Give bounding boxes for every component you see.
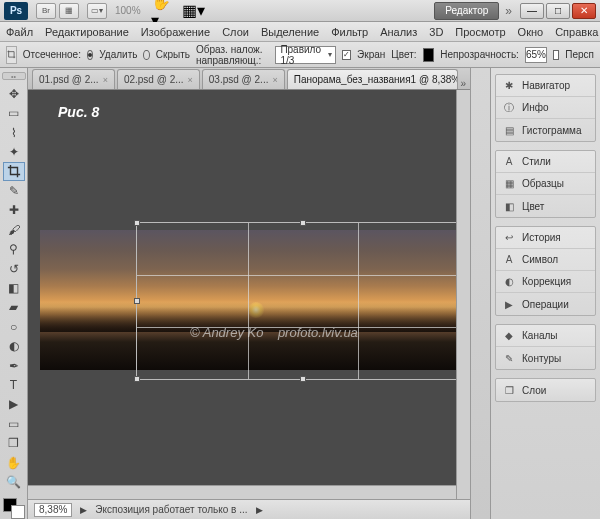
panels-dock: ✱Навигатор ⓘИнфо ▤Гистограмма AСтили ▦Об…: [490, 68, 600, 519]
brush-tool[interactable]: 🖌: [3, 220, 25, 239]
marquee-tool[interactable]: ▭: [3, 103, 25, 122]
blur-tool[interactable]: ○: [3, 317, 25, 336]
hide-label: Скрыть: [156, 49, 190, 60]
panel-group-color: AСтили ▦Образцы ◧Цвет: [495, 150, 596, 218]
screen-mode-button[interactable]: ▭▾: [87, 3, 107, 19]
panel-histogram[interactable]: ▤Гистограмма: [496, 119, 595, 141]
close-icon[interactable]: ×: [272, 75, 277, 85]
styles-icon: A: [502, 155, 516, 169]
panel-adjustments[interactable]: ◐Коррекция: [496, 271, 595, 293]
document-tab-active[interactable]: Панорама_без_названия1 @ 8,38% (01.psd, …: [287, 69, 459, 89]
crop-handle-w[interactable]: [134, 298, 140, 304]
eyedropper-tool[interactable]: ✎: [3, 181, 25, 200]
healing-tool[interactable]: ✚: [3, 201, 25, 220]
character-icon: A: [502, 253, 516, 267]
overlay-select[interactable]: Правило 1/3: [275, 46, 336, 64]
crop-handle-s[interactable]: [300, 376, 306, 382]
crop-rectangle[interactable]: [136, 222, 470, 380]
menu-image[interactable]: Изображение: [141, 26, 210, 38]
app-window: Ps Br ▦ ▭▾ 100% ✋▾ ▦▾ Редактор » — □ ✕ Ф…: [0, 0, 600, 519]
mini-bridge-button[interactable]: ▦: [59, 3, 79, 19]
close-button[interactable]: ✕: [572, 3, 596, 19]
panel-color[interactable]: ◧Цвет: [496, 195, 595, 217]
panel-paths[interactable]: ✎Контуры: [496, 347, 595, 369]
shape-tool[interactable]: ▭: [3, 414, 25, 433]
opacity-label: Непрозрачность:: [440, 49, 519, 60]
view-extras-button[interactable]: ✋▾: [151, 3, 173, 19]
crop-tool[interactable]: [3, 162, 25, 181]
tool-preset-icon[interactable]: [6, 46, 17, 64]
canvas[interactable]: Рис. 8 © Andrey Ko profoto.lviv.ua: [28, 90, 470, 499]
tabs-overflow-icon[interactable]: »: [460, 78, 470, 89]
document-tab[interactable]: 03.psd @ 2...×: [202, 69, 285, 89]
close-icon[interactable]: ×: [188, 75, 193, 85]
panel-navigator[interactable]: ✱Навигатор: [496, 75, 595, 97]
vertical-scrollbar[interactable]: [456, 90, 470, 499]
panel-group-navigation: ✱Навигатор ⓘИнфо ▤Гистограмма: [495, 74, 596, 142]
lasso-tool[interactable]: ⌇: [3, 123, 25, 142]
launch-bridge-button[interactable]: Br: [36, 3, 56, 19]
move-tool[interactable]: ✥: [3, 84, 25, 103]
collapsed-dock[interactable]: [470, 68, 490, 519]
color-swatches[interactable]: [3, 498, 25, 519]
workspace-switcher[interactable]: Редактор: [434, 2, 499, 20]
status-menu-icon[interactable]: ▶: [256, 505, 263, 515]
menu-help[interactable]: Справка: [555, 26, 598, 38]
quick-select-tool[interactable]: ✦: [3, 142, 25, 161]
document-tab[interactable]: 01.psd @ 2...×: [32, 69, 115, 89]
panel-actions[interactable]: ▶Операции: [496, 293, 595, 315]
toolbox-handle[interactable]: ••: [2, 72, 26, 80]
history-brush-tool[interactable]: ↺: [3, 259, 25, 278]
maximize-button[interactable]: □: [546, 3, 570, 19]
horizontal-scrollbar[interactable]: [28, 485, 456, 499]
toolbox: •• ✥ ▭ ⌇ ✦ ✎ ✚ 🖌 ⚲ ↺ ◧ ▰ ○ ◐ ✒ T ▶ ▭ ❒ ✋…: [0, 68, 28, 519]
panel-layers[interactable]: ❐Слои: [496, 379, 595, 401]
stamp-tool[interactable]: ⚲: [3, 239, 25, 258]
panel-info[interactable]: ⓘИнфо: [496, 97, 595, 119]
zoom-tool[interactable]: 🔍: [3, 472, 25, 491]
menu-edit[interactable]: Редактирование: [45, 26, 129, 38]
opacity-input[interactable]: 65%: [525, 47, 547, 63]
document-tab[interactable]: 02.psd @ 2...×: [117, 69, 200, 89]
pen-tool[interactable]: ✒: [3, 356, 25, 375]
crop-handle-sw[interactable]: [134, 376, 140, 382]
menu-analysis[interactable]: Анализ: [380, 26, 417, 38]
menu-window[interactable]: Окно: [518, 26, 544, 38]
menu-3d[interactable]: 3D: [429, 26, 443, 38]
minimize-button[interactable]: —: [520, 3, 544, 19]
eraser-tool[interactable]: ◧: [3, 278, 25, 297]
adjustments-icon: ◐: [502, 275, 516, 289]
arrange-documents-button[interactable]: ▦▾: [183, 3, 205, 19]
perspective-check[interactable]: [553, 50, 559, 60]
panel-history[interactable]: ↩История: [496, 227, 595, 249]
background-color[interactable]: [11, 505, 25, 519]
type-tool[interactable]: T: [3, 375, 25, 394]
panel-styles[interactable]: AСтили: [496, 151, 595, 173]
hand-tool[interactable]: ✋: [3, 453, 25, 472]
delete-radio[interactable]: [87, 50, 93, 60]
close-icon[interactable]: ×: [103, 75, 108, 85]
zoom-input[interactable]: 8,38%: [34, 503, 72, 517]
panel-group-channels: ◆Каналы ✎Контуры: [495, 324, 596, 370]
panel-channels[interactable]: ◆Каналы: [496, 325, 595, 347]
shield-color-swatch[interactable]: [423, 48, 435, 62]
crop-handle-n[interactable]: [300, 220, 306, 226]
status-arrow-icon[interactable]: ▶: [80, 505, 87, 515]
3d-tool[interactable]: ❒: [3, 434, 25, 453]
panel-character[interactable]: AСимвол: [496, 249, 595, 271]
menu-filter[interactable]: Фильтр: [331, 26, 368, 38]
hide-radio[interactable]: [143, 50, 149, 60]
menu-view[interactable]: Просмотр: [455, 26, 505, 38]
shield-check[interactable]: [342, 50, 351, 60]
panel-swatches[interactable]: ▦Образцы: [496, 173, 595, 195]
menu-layers[interactable]: Слои: [222, 26, 249, 38]
crop-handle-nw[interactable]: [134, 220, 140, 226]
menu-file[interactable]: Файл: [6, 26, 33, 38]
menu-select[interactable]: Выделение: [261, 26, 319, 38]
path-select-tool[interactable]: ▶: [3, 395, 25, 414]
panel-group-history: ↩История AСимвол ◐Коррекция ▶Операции: [495, 226, 596, 316]
dodge-tool[interactable]: ◐: [3, 336, 25, 355]
workspace-more-icon[interactable]: »: [505, 4, 512, 18]
gradient-tool[interactable]: ▰: [3, 298, 25, 317]
status-message: Экспозиция работает только в ...: [95, 504, 247, 515]
